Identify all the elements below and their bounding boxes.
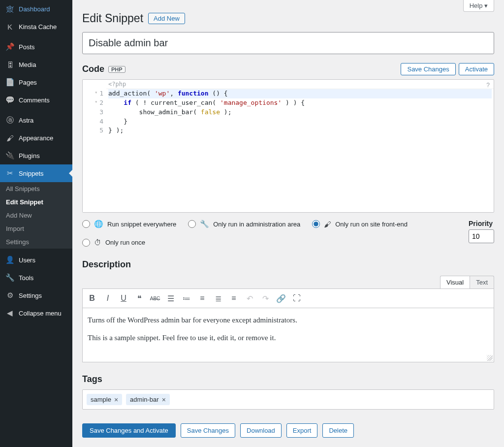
align-right-icon[interactable]: ≡ <box>226 291 241 306</box>
add-new-button[interactable]: Add New <box>148 13 185 24</box>
resize-grip-icon[interactable] <box>487 355 493 361</box>
scope-option-icon: ⏱ <box>94 238 101 247</box>
scope-option[interactable]: ⏱ Only run once <box>82 238 145 247</box>
code-line[interactable]: if ( ! current_user_can( 'manage_options… <box>108 98 492 108</box>
undo-icon[interactable]: ↶ <box>242 291 257 306</box>
scope-option[interactable]: 🖌 Only run on site front-end <box>312 220 408 228</box>
code-heading: Code <box>82 64 104 74</box>
scope-radio[interactable] <box>312 220 320 228</box>
snippet-title-input[interactable] <box>82 32 494 54</box>
tag-label: admin-bar <box>130 396 159 403</box>
strikethrough-icon[interactable]: ABC <box>148 291 162 306</box>
code-editor[interactable]: ? <?php ▾1▾2345 add_action( 'wp', functi… <box>82 79 494 213</box>
align-center-icon[interactable]: ≣ <box>211 291 225 306</box>
sidebar-item-label: Appearance <box>19 134 53 142</box>
priority-label: Priority <box>469 220 494 227</box>
scope-option-label: Only run once <box>105 239 145 246</box>
description-header: Description <box>82 259 494 270</box>
fullscreen-icon[interactable]: ⛶ <box>289 291 304 306</box>
sidebar-item-snippets[interactable]: ✂Snippets <box>0 164 72 182</box>
export-button[interactable]: Export <box>286 423 318 438</box>
code-line[interactable]: add_action( 'wp', function () { <box>108 89 492 98</box>
scope-options: 🌐 Run snippet everywhere 🔧 Only run in a… <box>82 220 494 247</box>
italic-icon[interactable]: I <box>100 291 115 306</box>
code-line[interactable]: show_admin_bar( false ); <box>108 108 492 117</box>
delete-button[interactable]: Delete <box>322 423 354 438</box>
sidebar-item-kinsta-cache[interactable]: KKinsta Cache <box>0 18 72 35</box>
scope-radio-group: 🌐 Run snippet everywhere 🔧 Only run in a… <box>82 220 457 247</box>
activate-button[interactable]: Activate <box>459 63 494 75</box>
sidebar-item-astra[interactable]: ⓐAstra <box>0 111 72 129</box>
rte-toolbar: B I U ❝ ABC ☰ ≔ ≡ ≣ ≡ ↶ ↷ 🔗 ⛶ <box>82 288 494 308</box>
scope-option[interactable]: 🌐 Run snippet everywhere <box>82 220 176 228</box>
priority-field: Priority <box>469 220 494 243</box>
sidebar-item-label: Collapse menu <box>19 310 62 317</box>
underline-icon[interactable]: U <box>116 291 131 306</box>
priority-input[interactable] <box>469 229 494 243</box>
sidebar-item-label: Posts <box>19 43 35 51</box>
sidebar-item-label: Astra <box>19 117 33 124</box>
tab-text[interactable]: Text <box>470 276 494 288</box>
sidebar-item-media[interactable]: 🎛Media <box>0 56 72 73</box>
save-changes-footer-button[interactable]: Save Changes <box>181 423 235 438</box>
page-header: Edit Snippet Add New <box>82 12 494 25</box>
save-changes-button[interactable]: Save Changes <box>401 63 455 75</box>
submenu-item-all-snippets[interactable]: All Snippets <box>0 182 72 195</box>
tag-pill[interactable]: sample× <box>87 394 122 405</box>
footer-actions: Save Changes and Activate Save Changes D… <box>82 423 494 438</box>
code-help-icon[interactable]: ? <box>486 82 490 89</box>
sidebar-item-appearance[interactable]: 🖌Appearance <box>0 129 72 147</box>
download-button[interactable]: Download <box>240 423 282 438</box>
code-line[interactable]: } <box>108 117 492 127</box>
sidebar-item-label: Kinsta Cache <box>19 23 57 31</box>
link-icon[interactable]: 🔗 <box>274 291 288 306</box>
code-body[interactable]: add_action( 'wp', function () { if ( ! c… <box>106 89 494 212</box>
sidebar-item-users[interactable]: 👤Users <box>0 251 72 269</box>
sidebar-item-collapse-menu[interactable]: ◀Collapse menu <box>0 304 72 322</box>
media-icon: 🎛 <box>5 60 15 69</box>
sidebar-item-settings[interactable]: ⚙Settings <box>0 287 72 304</box>
code-line[interactable]: } ); <box>108 126 492 135</box>
align-left-icon[interactable]: ≡ <box>195 291 210 306</box>
sidebar-item-pages[interactable]: 📄Pages <box>0 73 72 91</box>
scope-radio[interactable] <box>188 220 196 228</box>
snippets-icon: ✂ <box>5 168 15 178</box>
sidebar-item-comments[interactable]: 💬Comments <box>0 91 72 109</box>
tag-remove-icon[interactable]: × <box>162 396 166 403</box>
scope-option-label: Only run in administration area <box>213 221 300 228</box>
bold-icon[interactable]: B <box>85 291 99 306</box>
appearance-icon: 🖌 <box>5 133 15 143</box>
blockquote-icon[interactable]: ❝ <box>132 291 147 306</box>
description-editor[interactable]: Turns off the WordPress admin bar for ev… <box>82 308 494 362</box>
sidebar-item-tools[interactable]: 🔧Tools <box>0 269 72 287</box>
bulleted-list-icon[interactable]: ☰ <box>163 291 178 306</box>
admin-sidebar: 🕸DashboardKKinsta Cache📌Posts🎛Media📄Page… <box>0 0 72 447</box>
scope-radio[interactable] <box>82 220 90 228</box>
description-paragraph[interactable]: This is a sample snippet. Feel free to u… <box>88 332 489 344</box>
code-gutter: ▾1▾2345 <box>83 89 106 212</box>
scope-option-icon: 🌐 <box>94 220 103 228</box>
submenu-item-import[interactable]: Import <box>0 222 72 235</box>
settings-icon: ⚙ <box>5 290 15 300</box>
description-paragraph[interactable]: Turns off the WordPress admin bar for ev… <box>88 314 489 326</box>
sidebar-item-label: Plugins <box>19 152 40 160</box>
tag-pill[interactable]: admin-bar× <box>126 394 170 405</box>
tab-visual[interactable]: Visual <box>440 276 470 288</box>
scope-option-label: Only run on site front-end <box>335 221 408 228</box>
scope-option[interactable]: 🔧 Only run in administration area <box>188 220 300 228</box>
numbered-list-icon[interactable]: ≔ <box>179 291 194 306</box>
code-area[interactable]: ▾1▾2345 add_action( 'wp', function () { … <box>83 89 494 212</box>
sidebar-item-label: Settings <box>19 292 42 299</box>
submenu-item-edit-snippet[interactable]: Edit Snippet <box>0 195 72 209</box>
tag-remove-icon[interactable]: × <box>114 396 118 403</box>
help-tab[interactable]: Help ▾ <box>463 0 494 12</box>
scope-radio[interactable] <box>82 239 90 247</box>
tags-input[interactable]: sample×admin-bar× <box>82 389 494 410</box>
save-and-activate-button[interactable]: Save Changes and Activate <box>82 423 176 438</box>
sidebar-item-plugins[interactable]: 🔌Plugins <box>0 147 72 164</box>
sidebar-item-posts[interactable]: 📌Posts <box>0 38 72 56</box>
sidebar-item-dashboard[interactable]: 🕸Dashboard <box>0 0 72 18</box>
submenu-item-settings[interactable]: Settings <box>0 235 72 249</box>
submenu-item-add-new[interactable]: Add New <box>0 209 72 222</box>
redo-icon[interactable]: ↷ <box>258 291 273 306</box>
